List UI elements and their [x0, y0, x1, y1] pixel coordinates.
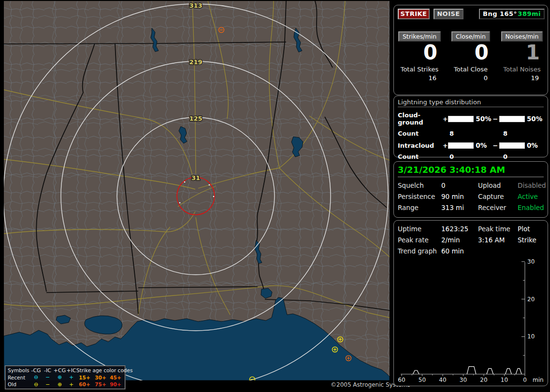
intracloud-label: Intracloud: [398, 142, 443, 149]
plot-label: Plot: [518, 225, 544, 233]
uptime-value: 1623:25: [441, 225, 478, 233]
legend-header-symbols: Symbols: [8, 367, 30, 373]
svg-text:30: 30: [460, 377, 467, 383]
datetime-display: 3/21/2026 3:40:18 AM: [398, 165, 544, 177]
ring-label-219: 219: [189, 58, 202, 66]
cg-positive-bar: [448, 116, 474, 122]
pic-recent-icon: +: [66, 374, 76, 380]
legend-col-nic: -IC: [42, 367, 53, 374]
close-per-min-badge: Close/min: [451, 31, 490, 42]
receiver-label: Receiver: [478, 204, 518, 211]
peak-time-value: 3:16 AM: [478, 236, 518, 244]
nic-old-icon: −: [42, 381, 53, 388]
ring-label-125: 125: [189, 115, 202, 122]
svg-text:min: min: [533, 377, 544, 383]
capture-status: Active: [518, 193, 546, 200]
peak-time-label: Peak time: [478, 225, 518, 233]
ncg-old-icon: ⊖: [30, 381, 42, 388]
ring-label-31: 31: [191, 174, 200, 182]
svg-text:50: 50: [419, 377, 426, 383]
total-noises-label: Total Noises: [496, 64, 548, 73]
ncg-recent-icon: ⊖: [30, 374, 42, 380]
strike-toggle-button[interactable]: STRIKE: [398, 9, 430, 19]
cg-negative-bar: [499, 116, 525, 122]
ring-label-313: 313: [189, 2, 202, 9]
svg-text:40: 40: [439, 377, 446, 383]
svg-text:0: 0: [523, 377, 527, 383]
legend-col-ncg: -CG: [30, 367, 42, 374]
pcg-old-icon: ⊕: [53, 381, 66, 388]
legend-col-pic: +IC: [66, 367, 76, 374]
ic-negative-count: 0: [503, 153, 507, 160]
minus-sign: −: [492, 142, 499, 149]
capture-label: Capture: [478, 193, 518, 200]
cg-negative-count: 8: [503, 130, 507, 137]
legend-col-pcg: +CG: [53, 367, 66, 374]
total-close-label: Total Close: [445, 64, 496, 73]
svg-text:20: 20: [527, 296, 535, 303]
cg-positive-pct: 50%: [474, 115, 492, 123]
legend-row-old-label: Old: [8, 381, 30, 387]
svg-text:20: 20: [480, 377, 487, 383]
map-legend: Symbols -CG -IC +CG +IC Strike age color…: [5, 365, 126, 390]
svg-text:60: 60: [398, 377, 405, 383]
peak-rate-value: 2/min: [441, 236, 478, 244]
uptime-label: Uptime: [398, 225, 441, 233]
ic-negative-bar: [499, 142, 525, 149]
intracloud-count-row: Count 0 0: [398, 153, 544, 160]
noise-toggle-button[interactable]: NOISE: [434, 9, 463, 19]
cloud-ground-row: Cloud-ground + 50% − 50%: [398, 112, 544, 126]
upload-status: Disabled: [518, 182, 546, 189]
ic-positive-count: 0: [449, 153, 503, 160]
ic-negative-pct: 0%: [525, 141, 544, 149]
pic-old-icon: +: [66, 381, 76, 388]
cg-positive-count: 8: [449, 130, 503, 137]
plus-sign: +: [443, 115, 449, 123]
trend-graph-label: Trend graph: [398, 247, 441, 255]
trend-graph: 3020106050403020100min: [394, 259, 548, 384]
nic-recent-icon: −: [42, 374, 53, 380]
receiver-status: Enabled: [518, 204, 546, 211]
age-code-30: 30+: [93, 375, 108, 380]
pcg-recent-icon: ⊕: [53, 374, 66, 380]
total-noises-value: 19: [496, 73, 548, 82]
close-per-min-value: 0: [445, 42, 496, 64]
age-code-45: 45+: [108, 375, 123, 380]
cloud-ground-count-row: Count 8 8: [398, 130, 544, 137]
lightning-map[interactable]: 313 219 125 31: [4, 1, 390, 380]
legend-row-recent-label: Recent: [8, 375, 30, 380]
minus-sign: −: [492, 115, 499, 123]
squelch-value: 0: [441, 182, 478, 189]
distribution-title: Lightning type distribution: [398, 98, 544, 107]
ic-positive-pct: 0%: [474, 141, 492, 149]
total-strikes-label: Total Strikes: [394, 64, 445, 73]
count-label: Count: [398, 153, 449, 160]
upload-label: Upload: [478, 182, 518, 189]
svg-text:10: 10: [527, 333, 535, 340]
age-code-60: 60+: [76, 381, 93, 387]
bearing-readout: Bng 165° 389mi: [479, 9, 545, 19]
trend-graph-value: 60 min: [441, 247, 478, 255]
cloud-ground-label: Cloud-ground: [398, 112, 443, 126]
squelch-label: Squelch: [398, 182, 441, 189]
range-value: 313 mi: [441, 204, 478, 211]
svg-text:30: 30: [527, 259, 535, 265]
total-strikes-value: 16: [394, 73, 445, 82]
total-close-value: 0: [445, 73, 496, 82]
noises-per-min-badge: Noises/min: [501, 31, 543, 42]
plus-sign: +: [443, 142, 449, 149]
age-code-15: 15+: [76, 375, 93, 380]
strikes-per-min-badge: Strikes/min: [398, 31, 441, 42]
cg-negative-pct: 50%: [525, 115, 544, 123]
svg-text:10: 10: [501, 377, 508, 383]
trend-box: Uptime 1623:25 Peak time Plot Peak rate …: [393, 220, 548, 386]
plot-mode-value: Strike: [518, 236, 544, 244]
age-code-90: 90+: [108, 381, 123, 387]
noises-per-min-value: 1: [496, 42, 548, 64]
legend-header-age: Strike age color codes: [76, 367, 123, 373]
peak-rate-label: Peak rate: [398, 236, 441, 244]
intracloud-row: Intracloud + 0% − 0%: [398, 141, 544, 149]
persistence-value: 90 min: [441, 193, 478, 200]
bearing-distance: 389mi: [518, 10, 541, 18]
range-label: Range: [398, 204, 441, 211]
